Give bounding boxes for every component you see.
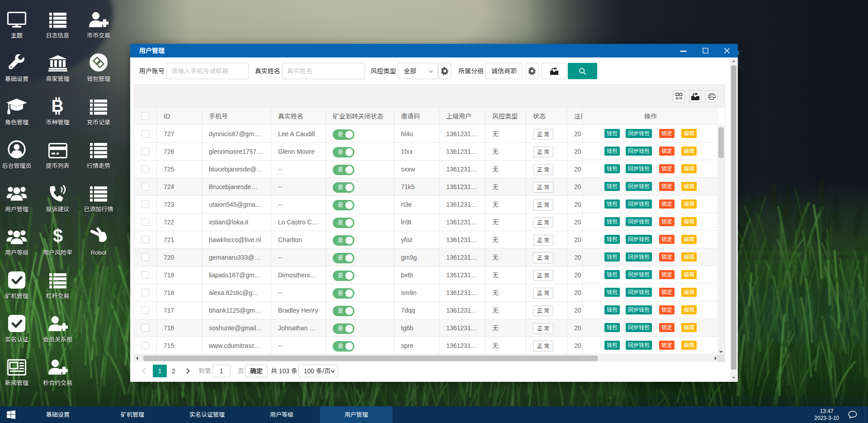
svg-text:$: $ [52,227,62,245]
svg-text:B: B [52,97,63,115]
